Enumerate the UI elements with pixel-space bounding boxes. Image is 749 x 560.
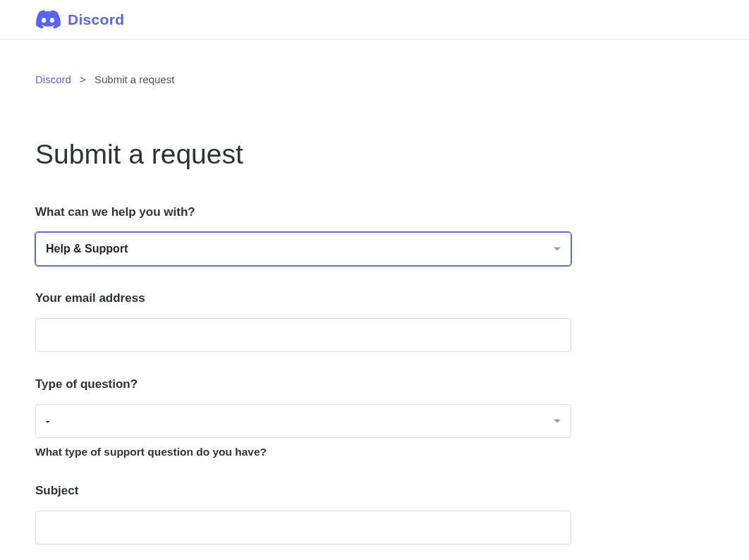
question-type-label: Type of question? bbox=[35, 377, 571, 391]
field-subject: Subject bbox=[35, 484, 571, 544]
chevron-down-icon bbox=[554, 420, 561, 423]
help-with-label: What can we help you with? bbox=[35, 205, 571, 219]
subject-input[interactable] bbox=[35, 511, 571, 544]
discord-icon bbox=[35, 10, 61, 29]
breadcrumb: Discord > Submit a request bbox=[35, 39, 571, 85]
brand-name: Discord bbox=[68, 11, 124, 28]
help-with-select[interactable]: Help & Support bbox=[35, 232, 571, 266]
breadcrumb-separator: > bbox=[80, 73, 86, 85]
question-type-select[interactable]: - bbox=[35, 404, 571, 438]
field-help-with: What can we help you with? Help & Suppor… bbox=[35, 205, 571, 266]
page-header: Discord bbox=[0, 0, 749, 39]
page-title: Submit a request bbox=[35, 139, 571, 170]
brand-logo[interactable]: Discord bbox=[35, 10, 124, 29]
subject-label: Subject bbox=[35, 484, 571, 498]
email-label: Your email address bbox=[35, 291, 571, 305]
email-input[interactable] bbox=[35, 318, 571, 352]
field-email: Your email address bbox=[35, 291, 571, 352]
question-type-help-text: What type of support question do you hav… bbox=[35, 446, 571, 458]
field-question-type: Type of question? - What type of support… bbox=[35, 377, 571, 458]
breadcrumb-home-link[interactable]: Discord bbox=[35, 73, 71, 85]
breadcrumb-current: Submit a request bbox=[95, 73, 174, 85]
question-type-selected-value: - bbox=[46, 415, 49, 427]
main-container: Discord > Submit a request Submit a requ… bbox=[0, 39, 607, 544]
help-with-selected-value: Help & Support bbox=[46, 243, 128, 255]
chevron-down-icon bbox=[554, 248, 561, 251]
